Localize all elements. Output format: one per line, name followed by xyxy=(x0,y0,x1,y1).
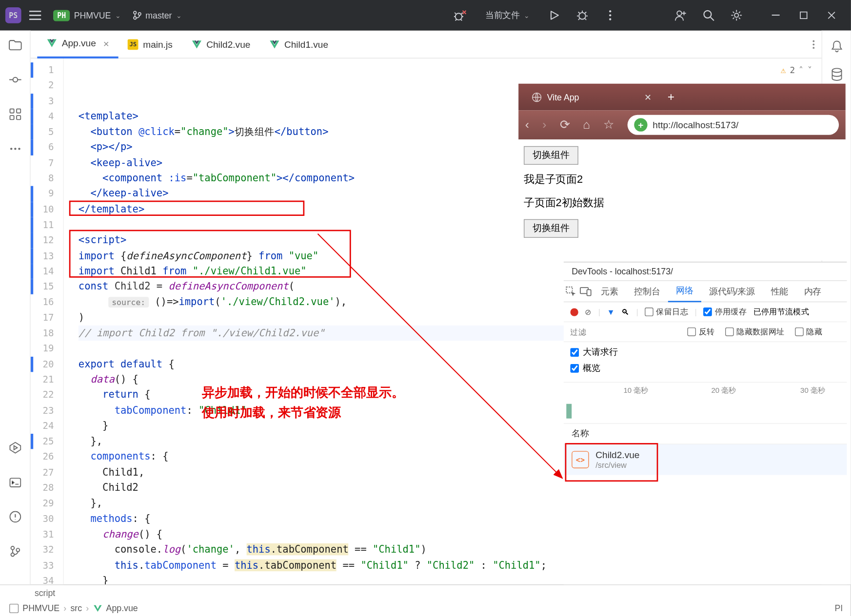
svg-rect-15 xyxy=(16,109,20,113)
branch-name: master xyxy=(145,10,172,20)
page-text-1: 我是子页面2 xyxy=(524,173,840,187)
svg-point-9 xyxy=(704,11,711,18)
svg-point-8 xyxy=(677,11,682,16)
hide-dataurl-checkbox[interactable]: 隐藏数据网址 xyxy=(725,326,784,337)
annotation-text: 异步加载，开始的时候不全部显示。 使用时加载，来节省资源 xyxy=(202,383,404,423)
structure-tool-icon[interactable] xyxy=(7,106,23,122)
overview-checkbox[interactable] xyxy=(570,364,579,372)
devtools-tabs: 元素控制台网络源代码/来源性能内存 xyxy=(564,281,847,303)
svg-rect-34 xyxy=(587,289,591,295)
inspection-widget[interactable]: ⚠ 2 ˄ ˅ xyxy=(781,62,812,78)
minimize-button[interactable] xyxy=(762,5,790,25)
svg-rect-16 xyxy=(10,116,14,119)
tab-child2-vue[interactable]: Child2.vue xyxy=(182,30,260,58)
breadcrumb[interactable]: PHMVUE › src › App.vue PI xyxy=(0,600,851,616)
page-button-1[interactable]: 切换组件 xyxy=(524,146,578,165)
hide-checkbox[interactable]: 隐藏 xyxy=(795,326,822,337)
throttle-label[interactable]: 已停用节流模式 xyxy=(753,306,809,317)
record-icon[interactable] xyxy=(570,308,578,316)
svg-point-5 xyxy=(609,10,611,12)
chevron-down-icon[interactable]: ˅ xyxy=(808,62,812,78)
code-with-me-icon[interactable] xyxy=(672,6,690,24)
vcs-branch[interactable]: master ⌄ xyxy=(132,10,181,20)
close-button[interactable] xyxy=(817,5,845,25)
disable-cache-checkbox[interactable]: 停用缓存 xyxy=(703,306,747,317)
project-tool-icon[interactable] xyxy=(7,37,23,53)
project-name[interactable]: PHMVUE xyxy=(74,10,111,20)
devtools-tab-网络[interactable]: 网络 xyxy=(668,281,701,302)
services-tool-icon[interactable] xyxy=(7,440,23,456)
filter-input[interactable] xyxy=(570,327,676,336)
notifications-icon[interactable] xyxy=(829,38,845,55)
main-menu-icon[interactable] xyxy=(29,11,41,20)
home-icon[interactable]: ⌂ xyxy=(583,118,590,132)
close-icon[interactable]: × xyxy=(103,38,109,49)
filter-icon[interactable]: ▼ xyxy=(607,307,615,316)
tab-child1-vue[interactable]: Child1.vue xyxy=(259,30,337,58)
devtools-tab-性能[interactable]: 性能 xyxy=(763,281,796,302)
page-button-2[interactable]: 切换组件 xyxy=(524,219,578,238)
new-tab-icon[interactable]: + xyxy=(668,90,674,104)
search-icon[interactable] xyxy=(699,6,718,24)
warning-icon: ⚠ xyxy=(781,62,786,78)
devtools-panel: DevTools - localhost:5173/ 元素控制台网络源代码/来源… xyxy=(564,262,847,584)
tab-label: App.vue xyxy=(62,38,96,49)
svg-point-19 xyxy=(14,148,16,150)
maximize-button[interactable] xyxy=(790,5,817,25)
browser-window: Vite App ✕ + ‹ › ⟳ ⌂ ☆ + http://localhos… xyxy=(518,84,846,261)
editor-tabs: App.vue×JSmain.jsChild2.vueChild1.vue xyxy=(31,31,822,58)
back-icon[interactable]: ‹ xyxy=(525,118,529,132)
close-icon[interactable]: ✕ xyxy=(644,92,652,102)
clear-icon[interactable]: ⊘ xyxy=(585,307,592,316)
debug-icon[interactable] xyxy=(573,6,592,24)
page-text-2: 子页面2初始数据 xyxy=(524,196,840,210)
network-timeline[interactable]: 10 毫秒 20 毫秒 30 毫秒 xyxy=(564,383,847,424)
svg-point-13 xyxy=(13,77,18,82)
status-bar: script PHMVUE › src › App.vue PI xyxy=(0,584,851,616)
url-bar[interactable]: + http://localhost:5173/ xyxy=(628,115,839,135)
branch-icon xyxy=(132,11,141,20)
tab-app-vue[interactable]: App.vue× xyxy=(37,30,118,58)
browser-tab[interactable]: Vite App ✕ xyxy=(525,88,658,106)
svg-rect-11 xyxy=(772,15,779,16)
run-icon[interactable] xyxy=(545,6,564,24)
tab-more-icon[interactable] xyxy=(812,39,815,49)
chevron-up-icon[interactable]: ˄ xyxy=(799,62,804,78)
terminal-tool-icon[interactable] xyxy=(7,474,23,490)
vue-icon xyxy=(93,603,102,613)
devtools-tab-源代码/来源[interactable]: 源代码/来源 xyxy=(701,281,763,302)
svg-point-26 xyxy=(812,40,814,42)
browser-tab-title: Vite App xyxy=(547,92,579,102)
device-toolbar-icon[interactable] xyxy=(578,287,593,296)
database-icon[interactable] xyxy=(829,66,845,82)
chevron-down-icon: ⌄ xyxy=(524,12,529,19)
bookmark-icon[interactable]: ☆ xyxy=(603,117,614,132)
devtools-tab-元素[interactable]: 元素 xyxy=(593,281,626,302)
tab-main-js[interactable]: JSmain.js xyxy=(119,30,182,58)
svg-point-27 xyxy=(812,43,814,45)
network-view-options: 大请求行 概览 xyxy=(564,342,847,383)
globe-icon xyxy=(532,92,541,102)
reload-icon[interactable]: ⟳ xyxy=(560,117,570,132)
network-col-name[interactable]: 名称 xyxy=(564,424,847,444)
invert-checkbox[interactable]: 反转 xyxy=(687,326,714,337)
run-config-selector[interactable]: 当前文件 ⌄ xyxy=(485,9,529,21)
preserve-log-checkbox[interactable]: 保留日志 xyxy=(645,306,688,317)
devtools-tab-内存[interactable]: 内存 xyxy=(796,281,829,302)
search-icon[interactable]: 🔍︎ xyxy=(621,307,629,316)
forward-icon[interactable]: › xyxy=(542,118,546,132)
vcs-tool-icon[interactable] xyxy=(7,543,23,559)
devtools-tab-控制台[interactable]: 控制台 xyxy=(626,281,668,302)
browser-viewport: 切换组件 我是子页面2 子页面2初始数据 切换组件 xyxy=(518,139,846,252)
site-badge-icon: + xyxy=(634,118,647,132)
svg-point-10 xyxy=(734,13,738,17)
problems-tool-icon[interactable] xyxy=(7,509,23,525)
big-rows-checkbox[interactable] xyxy=(570,348,579,357)
settings-icon[interactable] xyxy=(727,6,746,24)
timeline-tick: 10 毫秒 xyxy=(623,385,648,395)
inspect-element-icon[interactable] xyxy=(564,286,578,297)
commit-tool-icon[interactable] xyxy=(7,72,23,88)
bug-stop-icon[interactable] xyxy=(451,6,469,24)
more-tool-icon[interactable] xyxy=(7,141,23,157)
more-icon[interactable] xyxy=(601,6,619,24)
